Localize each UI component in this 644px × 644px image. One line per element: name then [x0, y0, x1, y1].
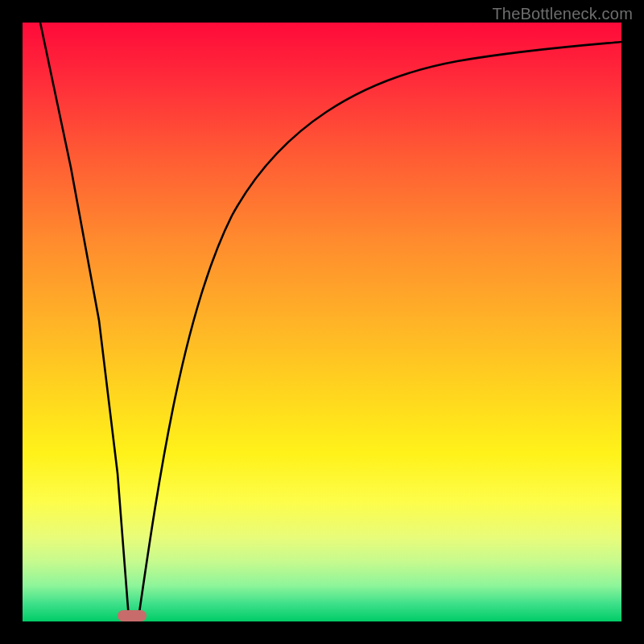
min-marker	[118, 610, 147, 621]
bottleneck-curve	[23, 23, 621, 621]
plot-area	[23, 23, 621, 621]
curve-left	[40, 23, 129, 618]
watermark-text: TheBottleneck.com	[492, 5, 633, 23]
chart-container: TheBottleneck.com	[0, 0, 644, 644]
curve-right	[138, 42, 621, 618]
